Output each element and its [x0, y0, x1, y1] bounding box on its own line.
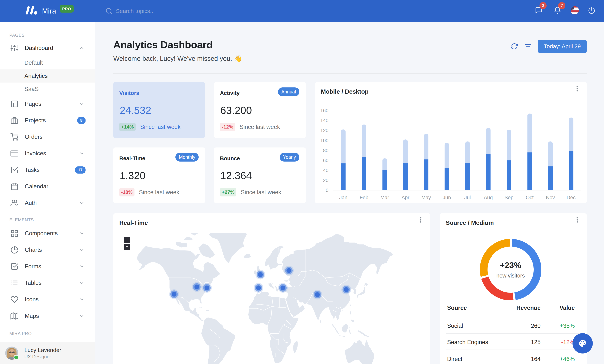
svg-text:Jul: Jul: [464, 195, 471, 201]
svg-text:Direct: Direct: [447, 356, 462, 362]
svg-text:Nov: Nov: [546, 195, 555, 201]
svg-text:164: 164: [531, 356, 541, 362]
svg-text:Sep: Sep: [504, 195, 513, 201]
svg-text:120: 120: [320, 128, 328, 133]
svg-text:Jan: Jan: [339, 195, 347, 201]
svg-text:Feb: Feb: [360, 195, 368, 201]
svg-text:Search Engines: Search Engines: [447, 339, 488, 345]
svg-text:+46%: +46%: [560, 356, 575, 362]
svg-text:80: 80: [323, 148, 328, 153]
svg-text:Apr: Apr: [402, 195, 409, 201]
svg-text:20: 20: [323, 177, 328, 183]
svg-text:125: 125: [531, 339, 541, 345]
svg-text:Oct: Oct: [526, 195, 534, 201]
svg-text:60: 60: [323, 158, 328, 163]
svg-text:160: 160: [320, 108, 328, 113]
svg-text:Mar: Mar: [380, 195, 389, 201]
svg-text:260: 260: [531, 323, 541, 329]
svg-text:0: 0: [326, 188, 328, 193]
svg-text:Dec: Dec: [566, 195, 576, 201]
svg-text:40: 40: [323, 168, 328, 173]
svg-text:Jun: Jun: [443, 195, 451, 201]
svg-text:+35%: +35%: [560, 323, 575, 329]
svg-text:Social: Social: [447, 323, 463, 329]
svg-text:Value: Value: [560, 304, 575, 311]
svg-text:May: May: [421, 195, 431, 201]
svg-text:Aug: Aug: [484, 195, 493, 201]
svg-text:140: 140: [320, 118, 328, 123]
svg-text:Source: Source: [447, 304, 467, 311]
svg-text:Revenue: Revenue: [516, 304, 541, 311]
svg-text:100: 100: [320, 138, 328, 143]
